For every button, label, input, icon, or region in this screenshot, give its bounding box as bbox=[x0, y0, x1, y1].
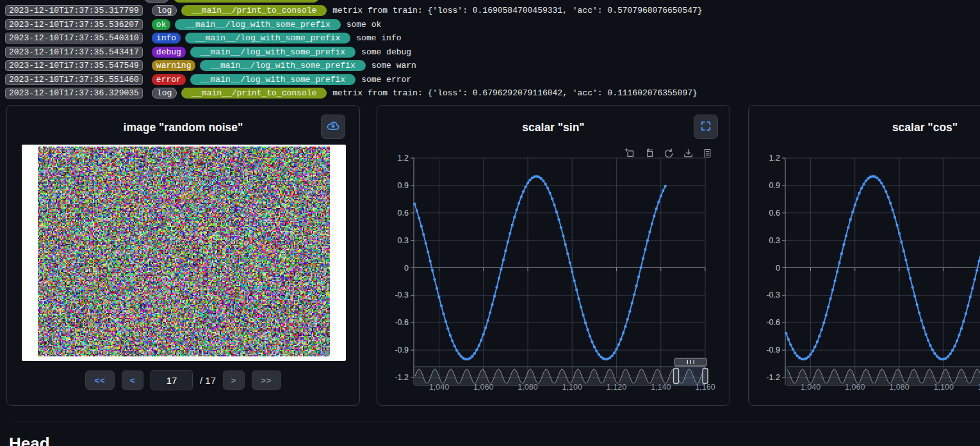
log-row: 2023-12-10T17:37:35.540310info__main__/l… bbox=[5, 33, 980, 44]
data-point bbox=[580, 306, 582, 308]
data-point bbox=[977, 260, 980, 262]
data-point bbox=[422, 233, 425, 235]
data-point bbox=[971, 287, 974, 289]
data-point bbox=[924, 333, 927, 335]
data-point bbox=[562, 235, 564, 237]
data-point bbox=[891, 209, 894, 211]
data-point bbox=[962, 320, 965, 323]
data-point bbox=[894, 216, 896, 218]
data-point bbox=[933, 352, 936, 354]
datazoom-right-handle[interactable] bbox=[703, 369, 708, 384]
data-point bbox=[849, 218, 852, 221]
data-point bbox=[829, 297, 831, 299]
data-point bbox=[969, 296, 972, 298]
data-point bbox=[825, 314, 828, 316]
data-point bbox=[662, 189, 664, 192]
log-message: some info bbox=[356, 33, 401, 43]
data-point bbox=[591, 340, 593, 343]
data-point bbox=[513, 216, 516, 218]
data-point bbox=[922, 326, 925, 329]
log-module-badge: __main__/log_with_some_prefix bbox=[190, 47, 355, 58]
data-point bbox=[895, 224, 898, 227]
data-point bbox=[920, 319, 922, 322]
data-point bbox=[427, 251, 429, 253]
log-module-badge bbox=[174, 0, 319, 3]
data-point bbox=[821, 328, 823, 331]
data-point bbox=[927, 339, 929, 342]
data-point bbox=[449, 334, 452, 337]
data-point bbox=[511, 224, 514, 227]
data-point bbox=[976, 269, 978, 271]
data-point bbox=[838, 261, 840, 264]
y-tick-label: -0.6 bbox=[766, 318, 780, 327]
data-point bbox=[840, 252, 843, 255]
log-level-badge bbox=[144, 0, 169, 3]
data-point bbox=[653, 214, 655, 217]
data-point bbox=[524, 186, 527, 188]
log-message: some debug bbox=[361, 47, 411, 57]
data-point bbox=[856, 197, 858, 200]
data-point bbox=[577, 298, 580, 300]
log-console: 2023-12-10T17:37:35.317799log__main__/pr… bbox=[0, 0, 980, 101]
data-point bbox=[584, 321, 587, 324]
data-point bbox=[847, 226, 849, 228]
data-point bbox=[794, 351, 796, 354]
cos-line-chart[interactable]: 1.20.90.60.30-0.3-0.6-0.9-1.21,0401,0601… bbox=[749, 106, 980, 406]
log-timestamp: 2023-12-10T17:37:35.543417 bbox=[5, 47, 143, 58]
data-point bbox=[626, 318, 629, 321]
cos-chart-card: scalar "cos" 1.20.90.60.30-0.3-0.6-0.9-1… bbox=[748, 105, 980, 406]
data-point bbox=[610, 354, 613, 357]
log-level-badge: log bbox=[152, 88, 177, 99]
data-point bbox=[827, 306, 829, 308]
data-point bbox=[664, 185, 666, 187]
data-point bbox=[651, 222, 653, 225]
data-point bbox=[433, 278, 436, 280]
data-point bbox=[446, 327, 449, 330]
data-point bbox=[898, 232, 901, 235]
data-point bbox=[413, 203, 416, 205]
first-page-button[interactable]: << bbox=[85, 370, 115, 390]
data-point bbox=[507, 241, 509, 243]
data-point bbox=[418, 217, 420, 219]
sin-line-chart[interactable]: 1.20.90.60.30-0.3-0.6-0.9-1.21,0401,0601… bbox=[377, 106, 731, 406]
prev-page-button[interactable]: < bbox=[122, 370, 143, 390]
data-point bbox=[628, 310, 631, 312]
data-point bbox=[900, 241, 902, 243]
data-point bbox=[956, 340, 958, 342]
data-point bbox=[453, 345, 456, 347]
data-point bbox=[571, 271, 573, 273]
data-point bbox=[593, 346, 596, 348]
data-point bbox=[473, 352, 476, 354]
datazoom-window[interactable] bbox=[676, 367, 706, 385]
datazoom-left-handle[interactable] bbox=[674, 369, 679, 384]
log-level-badge: ok bbox=[152, 19, 171, 30]
log-level-badge: info bbox=[152, 33, 181, 44]
data-point bbox=[809, 353, 812, 356]
data-point bbox=[518, 202, 520, 204]
data-point bbox=[851, 211, 854, 213]
download-image-button[interactable] bbox=[321, 115, 345, 139]
data-point bbox=[854, 203, 856, 206]
log-module-badge: __main__/log_with_some_prefix bbox=[190, 74, 355, 85]
log-row: 2023-12-10T17:37:35.551460error__main__/… bbox=[5, 74, 980, 85]
y-tick-label: -0.3 bbox=[395, 291, 409, 299]
data-point bbox=[437, 296, 440, 298]
data-point bbox=[502, 259, 505, 261]
log-level-badge: warning bbox=[152, 60, 196, 71]
last-page-button[interactable]: >> bbox=[252, 370, 281, 390]
log-timestamp: 2023-12-10T17:37:35.547549 bbox=[5, 60, 143, 71]
page-total-label: / 17 bbox=[200, 375, 216, 386]
data-point bbox=[493, 294, 496, 297]
log-message: some warn bbox=[372, 61, 416, 70]
data-point bbox=[655, 207, 658, 210]
page-number-input[interactable] bbox=[151, 370, 193, 390]
data-point bbox=[918, 312, 920, 314]
data-point bbox=[951, 349, 954, 351]
next-page-button[interactable]: > bbox=[223, 370, 245, 390]
data-point bbox=[429, 260, 431, 262]
log-timestamp: 2023-12-10T17:37:35.551460 bbox=[5, 74, 143, 85]
data-point bbox=[553, 203, 555, 206]
data-point bbox=[646, 239, 649, 242]
data-point bbox=[880, 182, 883, 184]
data-point bbox=[936, 355, 938, 358]
